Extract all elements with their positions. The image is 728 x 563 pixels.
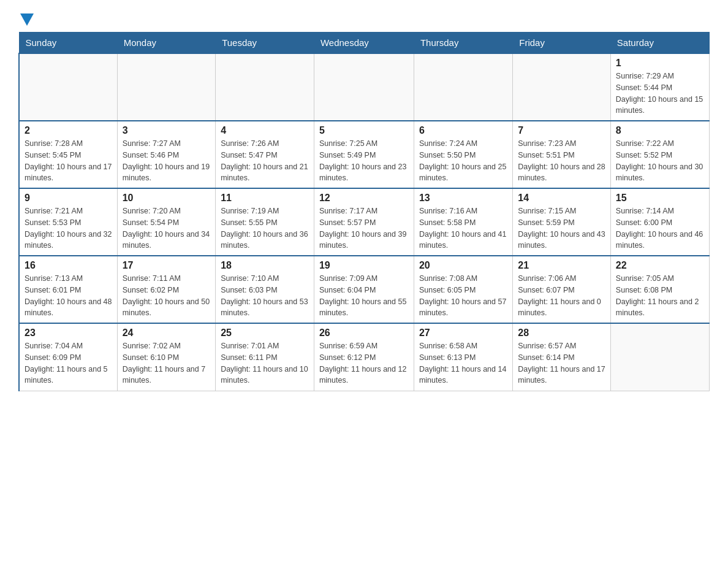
day-of-week-header: Saturday — [610, 33, 709, 54]
calendar-day-cell: 4Sunrise: 7:26 AMSunset: 5:47 PMDaylight… — [216, 121, 314, 188]
day-number: 15 — [616, 193, 704, 204]
day-info: Sunrise: 7:09 AMSunset: 6:04 PMDaylight:… — [319, 273, 409, 319]
day-number: 7 — [518, 125, 605, 136]
calendar-day-cell: 11Sunrise: 7:19 AMSunset: 5:55 PMDayligh… — [216, 188, 314, 256]
day-number: 6 — [419, 125, 507, 136]
day-number: 10 — [123, 193, 210, 204]
calendar-day-cell: 16Sunrise: 7:13 AMSunset: 6:01 PMDayligh… — [19, 256, 117, 323]
day-info: Sunrise: 7:21 AMSunset: 5:53 PMDaylight:… — [25, 205, 112, 251]
calendar-day-cell: 8Sunrise: 7:22 AMSunset: 5:52 PMDaylight… — [610, 121, 709, 188]
calendar-day-cell — [610, 323, 709, 391]
day-info: Sunrise: 7:10 AMSunset: 6:03 PMDaylight:… — [221, 273, 309, 319]
day-of-week-header: Monday — [117, 33, 215, 54]
day-info: Sunrise: 7:14 AMSunset: 6:00 PMDaylight:… — [616, 205, 704, 251]
day-info: Sunrise: 7:06 AMSunset: 6:07 PMDaylight:… — [518, 273, 605, 319]
calendar-day-cell — [216, 53, 314, 121]
day-number: 5 — [319, 125, 409, 136]
day-info: Sunrise: 6:58 AMSunset: 6:13 PMDaylight:… — [419, 340, 507, 386]
header — [18, 12, 710, 26]
day-info: Sunrise: 7:19 AMSunset: 5:55 PMDaylight:… — [221, 205, 309, 251]
svg-marker-0 — [20, 13, 34, 26]
day-number: 4 — [221, 125, 309, 136]
calendar-day-cell: 23Sunrise: 7:04 AMSunset: 6:09 PMDayligh… — [19, 323, 117, 391]
day-number: 14 — [518, 193, 605, 204]
calendar-day-cell: 13Sunrise: 7:16 AMSunset: 5:58 PMDayligh… — [414, 188, 512, 256]
day-of-week-header: Friday — [513, 33, 611, 54]
calendar-day-cell — [314, 53, 414, 121]
day-of-week-header: Tuesday — [216, 33, 314, 54]
day-number: 13 — [419, 193, 507, 204]
day-info: Sunrise: 7:01 AMSunset: 6:11 PMDaylight:… — [221, 340, 309, 386]
calendar-day-cell: 2Sunrise: 7:28 AMSunset: 5:45 PMDaylight… — [19, 121, 117, 188]
logo-arrow-icon — [20, 13, 34, 26]
day-number: 3 — [123, 125, 210, 136]
calendar-week-row: 23Sunrise: 7:04 AMSunset: 6:09 PMDayligh… — [19, 323, 710, 391]
calendar-week-row: 1Sunrise: 7:29 AMSunset: 5:44 PMDaylight… — [19, 53, 710, 121]
day-info: Sunrise: 7:15 AMSunset: 5:59 PMDaylight:… — [518, 205, 605, 251]
day-number: 21 — [518, 260, 605, 271]
day-info: Sunrise: 7:22 AMSunset: 5:52 PMDaylight:… — [616, 138, 704, 184]
calendar-day-cell: 10Sunrise: 7:20 AMSunset: 5:54 PMDayligh… — [117, 188, 215, 256]
logo — [18, 12, 34, 26]
day-info: Sunrise: 7:20 AMSunset: 5:54 PMDaylight:… — [123, 205, 210, 251]
calendar-day-cell: 21Sunrise: 7:06 AMSunset: 6:07 PMDayligh… — [513, 256, 611, 323]
day-info: Sunrise: 7:17 AMSunset: 5:57 PMDaylight:… — [319, 205, 409, 251]
calendar-day-cell: 7Sunrise: 7:23 AMSunset: 5:51 PMDaylight… — [513, 121, 611, 188]
day-info: Sunrise: 7:05 AMSunset: 6:08 PMDaylight:… — [616, 273, 704, 319]
day-info: Sunrise: 7:13 AMSunset: 6:01 PMDaylight:… — [25, 273, 112, 319]
calendar-day-cell: 19Sunrise: 7:09 AMSunset: 6:04 PMDayligh… — [314, 256, 414, 323]
day-number: 11 — [221, 193, 309, 204]
day-info: Sunrise: 7:25 AMSunset: 5:49 PMDaylight:… — [319, 138, 409, 184]
calendar-day-cell: 3Sunrise: 7:27 AMSunset: 5:46 PMDaylight… — [117, 121, 215, 188]
day-info: Sunrise: 7:11 AMSunset: 6:02 PMDaylight:… — [123, 273, 210, 319]
calendar-week-row: 9Sunrise: 7:21 AMSunset: 5:53 PMDaylight… — [19, 188, 710, 256]
day-number: 28 — [518, 327, 605, 339]
day-info: Sunrise: 7:27 AMSunset: 5:46 PMDaylight:… — [123, 138, 210, 184]
day-info: Sunrise: 7:29 AMSunset: 5:44 PMDaylight:… — [616, 71, 704, 117]
day-number: 8 — [616, 125, 704, 136]
calendar-day-cell: 22Sunrise: 7:05 AMSunset: 6:08 PMDayligh… — [610, 256, 709, 323]
day-number: 12 — [319, 193, 409, 204]
calendar: SundayMondayTuesdayWednesdayThursdayFrid… — [18, 32, 710, 391]
calendar-day-cell: 14Sunrise: 7:15 AMSunset: 5:59 PMDayligh… — [513, 188, 611, 256]
calendar-day-cell: 24Sunrise: 7:02 AMSunset: 6:10 PMDayligh… — [117, 323, 215, 391]
day-number: 27 — [419, 327, 507, 339]
calendar-day-cell: 20Sunrise: 7:08 AMSunset: 6:05 PMDayligh… — [414, 256, 512, 323]
day-number: 23 — [25, 327, 112, 339]
calendar-day-cell: 18Sunrise: 7:10 AMSunset: 6:03 PMDayligh… — [216, 256, 314, 323]
calendar-day-cell — [117, 53, 215, 121]
calendar-day-cell — [19, 53, 117, 121]
day-number: 24 — [123, 327, 210, 339]
day-info: Sunrise: 7:26 AMSunset: 5:47 PMDaylight:… — [221, 138, 309, 184]
calendar-week-row: 2Sunrise: 7:28 AMSunset: 5:45 PMDaylight… — [19, 121, 710, 188]
day-number: 22 — [616, 260, 704, 271]
day-number: 2 — [25, 125, 112, 136]
calendar-day-cell: 6Sunrise: 7:24 AMSunset: 5:50 PMDaylight… — [414, 121, 512, 188]
day-of-week-header: Thursday — [414, 33, 512, 54]
calendar-day-cell: 26Sunrise: 6:59 AMSunset: 6:12 PMDayligh… — [314, 323, 414, 391]
day-info: Sunrise: 7:23 AMSunset: 5:51 PMDaylight:… — [518, 138, 605, 184]
day-info: Sunrise: 7:04 AMSunset: 6:09 PMDaylight:… — [25, 340, 112, 386]
day-number: 25 — [221, 327, 309, 339]
calendar-day-cell: 1Sunrise: 7:29 AMSunset: 5:44 PMDaylight… — [610, 53, 709, 121]
day-info: Sunrise: 6:57 AMSunset: 6:14 PMDaylight:… — [518, 340, 605, 386]
day-info: Sunrise: 7:28 AMSunset: 5:45 PMDaylight:… — [25, 138, 112, 184]
day-number: 9 — [25, 193, 112, 204]
day-number: 17 — [123, 260, 210, 271]
calendar-day-cell: 25Sunrise: 7:01 AMSunset: 6:11 PMDayligh… — [216, 323, 314, 391]
calendar-day-cell: 5Sunrise: 7:25 AMSunset: 5:49 PMDaylight… — [314, 121, 414, 188]
day-info: Sunrise: 7:08 AMSunset: 6:05 PMDaylight:… — [419, 273, 507, 319]
calendar-day-cell: 17Sunrise: 7:11 AMSunset: 6:02 PMDayligh… — [117, 256, 215, 323]
calendar-day-cell: 15Sunrise: 7:14 AMSunset: 6:00 PMDayligh… — [610, 188, 709, 256]
day-number: 1 — [616, 58, 704, 69]
calendar-day-cell: 28Sunrise: 6:57 AMSunset: 6:14 PMDayligh… — [513, 323, 611, 391]
calendar-day-cell: 9Sunrise: 7:21 AMSunset: 5:53 PMDaylight… — [19, 188, 117, 256]
day-number: 19 — [319, 260, 409, 271]
calendar-header-row: SundayMondayTuesdayWednesdayThursdayFrid… — [19, 33, 710, 54]
day-info: Sunrise: 7:16 AMSunset: 5:58 PMDaylight:… — [419, 205, 507, 251]
calendar-day-cell — [414, 53, 512, 121]
calendar-week-row: 16Sunrise: 7:13 AMSunset: 6:01 PMDayligh… — [19, 256, 710, 323]
day-number: 26 — [319, 327, 409, 339]
calendar-day-cell: 12Sunrise: 7:17 AMSunset: 5:57 PMDayligh… — [314, 188, 414, 256]
day-number: 18 — [221, 260, 309, 271]
